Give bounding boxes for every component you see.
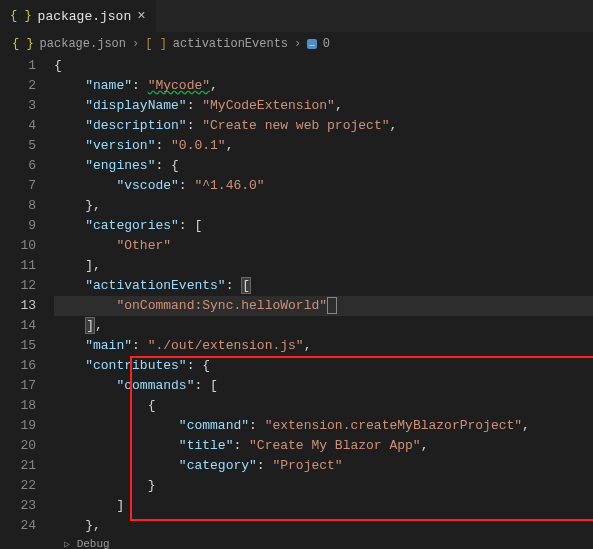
- code-line: "activationEvents": [: [54, 276, 593, 296]
- code-line: },: [54, 196, 593, 216]
- line-number: 7: [0, 176, 36, 196]
- code-line: "categories": [: [54, 216, 593, 236]
- code-line: },: [54, 516, 593, 536]
- breadcrumb-index: 0: [323, 37, 330, 51]
- line-number: 1: [0, 56, 36, 76]
- line-number: 21: [0, 456, 36, 476]
- codelens-debug[interactable]: ▷ Debug: [54, 536, 593, 549]
- code-line: {: [54, 396, 593, 416]
- line-number: 24: [0, 516, 36, 536]
- code-line: "vscode": "^1.46.0": [54, 176, 593, 196]
- line-number: 13: [0, 296, 36, 316]
- code-line: "Other": [54, 236, 593, 256]
- code-line: {: [54, 56, 593, 76]
- line-number: 2: [0, 76, 36, 96]
- code-line-active: "onCommand:Sync.helloWorld": [54, 296, 593, 316]
- line-number: 23: [0, 496, 36, 516]
- code-line: ],: [54, 256, 593, 276]
- code-line: }: [54, 476, 593, 496]
- code-line: "name": "Mycode",: [54, 76, 593, 96]
- chevron-right-icon: ›: [294, 37, 301, 51]
- code-line: "description": "Create new web project",: [54, 116, 593, 136]
- line-number: 6: [0, 156, 36, 176]
- line-gutter: 1 2 3 4 5 6 7 8 9 10 11 12 13 14 15 16 1…: [0, 56, 50, 549]
- line-number: 15: [0, 336, 36, 356]
- breadcrumb-path: activationEvents: [173, 37, 288, 51]
- line-number: 14: [0, 316, 36, 336]
- code-line: "version": "0.0.1",: [54, 136, 593, 156]
- code-line: ]: [54, 496, 593, 516]
- line-number: 5: [0, 136, 36, 156]
- tab-package-json[interactable]: { } package.json ×: [0, 0, 156, 32]
- line-number: 10: [0, 236, 36, 256]
- chevron-right-icon: ▷: [64, 539, 70, 549]
- line-number: 4: [0, 116, 36, 136]
- line-number: 9: [0, 216, 36, 236]
- code-line: ],: [54, 316, 593, 336]
- code-line: "commands": [: [54, 376, 593, 396]
- chevron-right-icon: ›: [132, 37, 139, 51]
- code-line: "title": "Create My Blazor App",: [54, 436, 593, 456]
- line-number: 3: [0, 96, 36, 116]
- code-line: "engines": {: [54, 156, 593, 176]
- code-line: "category": "Project": [54, 456, 593, 476]
- code-line: "main": "./out/extension.js",: [54, 336, 593, 356]
- line-number: 12: [0, 276, 36, 296]
- breadcrumb-file: package.json: [40, 37, 126, 51]
- line-number: 22: [0, 476, 36, 496]
- tab-title: package.json: [38, 9, 132, 24]
- json-file-icon: { }: [12, 37, 34, 51]
- line-number: 18: [0, 396, 36, 416]
- line-number: 19: [0, 416, 36, 436]
- array-icon: [ ]: [145, 37, 167, 51]
- tab-bar: { } package.json ×: [0, 0, 593, 32]
- line-number: 11: [0, 256, 36, 276]
- close-icon[interactable]: ×: [137, 8, 145, 24]
- line-number: 16: [0, 356, 36, 376]
- line-number: 17: [0, 376, 36, 396]
- json-file-icon: { }: [10, 9, 32, 23]
- line-number: 20: [0, 436, 36, 456]
- code-line: "contributes": {: [54, 356, 593, 376]
- constant-icon: …: [307, 39, 316, 49]
- line-number: 8: [0, 196, 36, 216]
- breadcrumb[interactable]: { } package.json › [ ] activationEvents …: [0, 32, 593, 56]
- code-line: "command": "extension.createMyBlazorProj…: [54, 416, 593, 436]
- editor[interactable]: 1 2 3 4 5 6 7 8 9 10 11 12 13 14 15 16 1…: [0, 56, 593, 549]
- code-line: "displayName": "MyCodeExtension",: [54, 96, 593, 116]
- code-area[interactable]: { "name": "Mycode", "displayName": "MyCo…: [50, 56, 593, 549]
